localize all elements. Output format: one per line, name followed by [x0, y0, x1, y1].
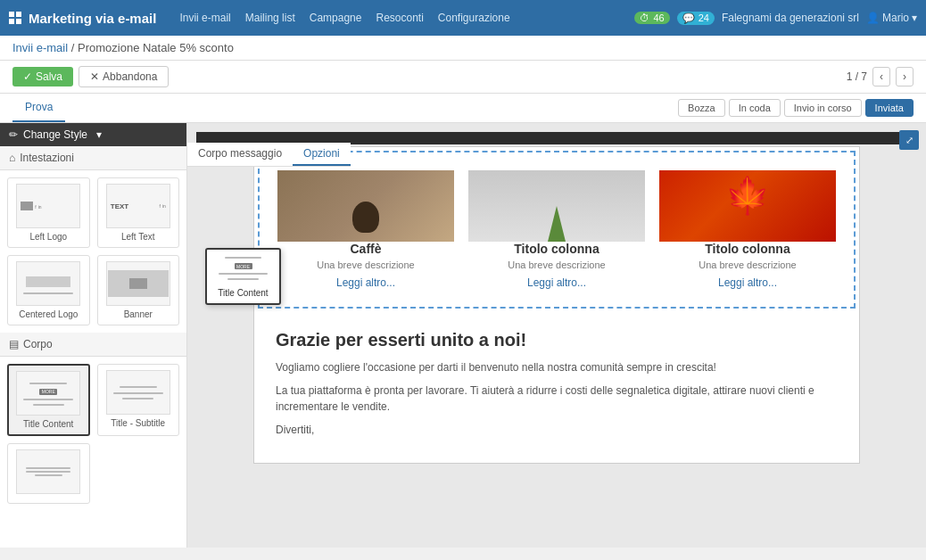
nav-invii-email[interactable]: Invii e-mail [179, 12, 230, 24]
chevron-down-icon: ▾ [96, 128, 102, 141]
section-intestazioni-header: ⌂ Intestazioni [0, 146, 186, 170]
prev-page-button[interactable]: ‹ [872, 67, 890, 86]
column-3: Titolo colonna Una breve descrizione Leg… [659, 170, 836, 289]
template-centered-logo[interactable]: Centered Logo [7, 255, 90, 325]
nav-campagne[interactable]: Campagne [310, 12, 362, 24]
template-left-logo-label: Left Logo [29, 232, 67, 242]
template-title-content-thumb: MORE [16, 371, 80, 416]
section-intestazioni-label: Intestazioni [20, 152, 74, 164]
company-selector[interactable]: Falegnami da generazioni srl [722, 12, 859, 24]
template-banner-label: Banner [124, 309, 153, 319]
thumb-more-btn: MORE [39, 389, 57, 395]
expand-button[interactable]: ⤢ [899, 130, 919, 150]
clock-badge[interactable]: ⏱ 46 [634, 12, 669, 24]
next-page-button[interactable]: › [896, 67, 914, 86]
home-icon: ⌂ [9, 152, 15, 164]
col-2-image [468, 170, 645, 242]
template-left-text-thumb: TEXT f in [106, 184, 170, 228]
app-brand[interactable]: Marketing via e-mail [9, 11, 156, 26]
col-1-image [277, 170, 454, 242]
abandon-button[interactable]: ✕ Abbandona [79, 66, 169, 87]
editor-area[interactable]: ⤢ Caffè Una breve descrizione Leggi altr… [187, 123, 926, 548]
breadcrumb-link[interactable]: Invii e-mail [12, 41, 68, 54]
selected-template-overlay[interactable]: MORE Title Content [205, 248, 281, 305]
chat-badge[interactable]: 💬 24 [677, 12, 715, 25]
column-2: Titolo colonna Una breve descrizione Leg… [468, 170, 645, 289]
col-2-link[interactable]: Leggi altro... [527, 276, 586, 289]
abandon-label: Abbandona [103, 70, 157, 83]
user-name: Mario [882, 12, 909, 24]
pencil-icon: ✏ [9, 128, 18, 141]
x-icon: ✕ [90, 70, 99, 83]
status-in-coda[interactable]: In coda [729, 99, 781, 117]
selected-thumb-content: MORE [212, 255, 274, 281]
app-title: Marketing via e-mail [29, 11, 156, 26]
thank-you-sign: Divertiti, [276, 422, 838, 438]
section-corpo-label: Corpo [23, 338, 53, 350]
user-menu[interactable]: 👤 Mario ▾ [866, 12, 917, 24]
nav-configurazione[interactable]: Configurazione [438, 12, 510, 24]
breadcrumb-separator: / [71, 41, 75, 54]
template-extra-1[interactable] [7, 443, 90, 504]
three-col-section: Caffè Una breve descrizione Leggi altro.… [258, 151, 856, 309]
template-centered-logo-label: Centered Logo [19, 309, 78, 319]
template-banner-thumb [106, 261, 170, 306]
nav-resoconti[interactable]: Resoconti [376, 12, 423, 24]
chat-badge-count: 24 [699, 12, 709, 23]
col-3-link[interactable]: Leggi altro... [718, 276, 777, 289]
template-centered-logo-thumb [16, 261, 80, 306]
save-button[interactable]: ✓ Salva [12, 67, 73, 86]
user-icon: 👤 [866, 12, 880, 24]
template-title-content-label: Title Content [23, 419, 73, 429]
template-left-logo[interactable]: f in Left Logo [7, 177, 90, 248]
col-3-title: Titolo colonna [659, 242, 836, 256]
status-inviata[interactable]: Inviata [865, 99, 914, 117]
tab-prova[interactable]: Prova [12, 94, 65, 122]
email-preview: Caffè Una breve descrizione Leggi altro.… [253, 146, 860, 464]
overlay-more-btn: MORE [235, 263, 252, 269]
template-left-text[interactable]: TEXT f in Left Text [97, 177, 180, 248]
thank-you-title: Grazie per esserti unito a noi! [276, 330, 838, 350]
body-icon: ▤ [9, 338, 19, 350]
template-title-subtitle-thumb [106, 370, 170, 415]
col-1-title: Caffè [277, 242, 454, 256]
user-dropdown-icon: ▾ [912, 12, 917, 24]
template-left-text-label: Left Text [121, 232, 155, 242]
check-icon: ✓ [23, 70, 32, 83]
template-title-subtitle-label: Title - Subtitle [111, 418, 165, 428]
intestazioni-grid: f in Left Logo TEXT f in [0, 170, 186, 333]
nav-mailing-list[interactable]: Mailing list [245, 12, 295, 24]
tab-corpo-messaggio[interactable]: Corpo messaggio [187, 143, 293, 166]
thank-you-section: Grazie per esserti unito a noi! Vogliamo… [254, 312, 859, 463]
template-title-content[interactable]: MORE Title Content [7, 364, 90, 436]
main-content: ✏ Change Style ▾ ⌂ Intestazioni f [0, 123, 926, 548]
breadcrumb: Invii e-mail / Promozione Natale 5% scon… [0, 36, 926, 61]
change-style-label: Change Style [23, 128, 87, 141]
col-2-title: Titolo colonna [468, 242, 645, 256]
tab-opzioni[interactable]: Opzioni [293, 143, 351, 166]
status-invio-in-corso[interactable]: Invio in corso [784, 99, 862, 117]
col-3-image [659, 170, 836, 242]
col-1-link[interactable]: Leggi altro... [336, 276, 395, 289]
topnav-right-area: ⏱ 46 💬 24 Falegnami da generazioni srl 👤… [634, 12, 917, 25]
sub-tabs: Corpo messaggio Opzioni [187, 143, 351, 167]
selected-template-label: Title Content [218, 288, 268, 298]
template-title-subtitle[interactable]: Title - Subtitle [97, 364, 180, 436]
pagination-text: 1 / 7 [847, 70, 867, 83]
template-extra-1-thumb [16, 449, 80, 494]
status-bozza[interactable]: Bozza [678, 99, 725, 117]
thank-you-para2: La tua piattaforma è pronta per lavorare… [276, 383, 838, 415]
tabs-row: Prova Bozza In coda Invio in corso Invia… [0, 94, 926, 123]
three-col-grid: Caffè Una breve descrizione Leggi altro.… [277, 170, 836, 289]
col-1-desc: Una breve descrizione [277, 259, 454, 270]
change-style-header[interactable]: ✏ Change Style ▾ [0, 123, 186, 146]
status-badges-area: Bozza In coda Invio in corso Inviata [678, 99, 914, 117]
chat-icon: 💬 [682, 12, 695, 24]
template-banner[interactable]: Banner [97, 255, 180, 325]
left-panel: ✏ Change Style ▾ ⌂ Intestazioni f [0, 123, 187, 548]
template-left-logo-thumb: f in [16, 184, 80, 228]
grid-icon [9, 12, 21, 24]
clock-badge-count: 46 [653, 12, 664, 23]
pagination-area: 1 / 7 ‹ › [847, 67, 914, 86]
col-2-desc: Una breve descrizione [468, 259, 645, 270]
